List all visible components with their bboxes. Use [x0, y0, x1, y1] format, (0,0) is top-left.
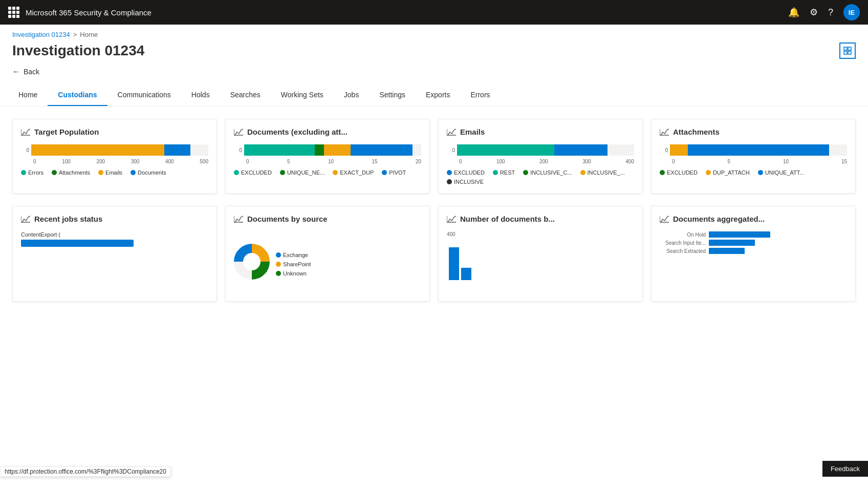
legend-item-unknown: Unknown — [276, 270, 311, 277]
chart-emails: 0 0100200300400 — [447, 144, 634, 165]
main-content: Investigation 01234 > Home Investigation… — [0, 25, 868, 489]
svg-rect-2 — [844, 51, 847, 54]
legend-emails: EXCLUDED REST INCLUSIVE_C... INCLUSIVE_.… — [447, 169, 634, 185]
card-title-documents-by-source: Documents by source — [247, 215, 328, 223]
chart-target-population: 0 0100200300400500 — [21, 144, 208, 165]
app-title: Microsoft 365 Security & Compliance — [26, 8, 782, 17]
breadcrumb-separator: > — [73, 31, 77, 38]
agg-bar-search-extracted — [709, 248, 745, 254]
chart-icon-number-of-documents — [447, 215, 456, 223]
card-header-emails: Emails — [447, 127, 634, 136]
tab-exports[interactable]: Exports — [416, 84, 460, 106]
user-avatar[interactable]: IE — [843, 4, 860, 20]
topbar-icons: 🔔 ⚙ ? IE — [788, 4, 860, 20]
agg-label-on-hold: On Hold — [660, 232, 706, 238]
grid-view-icon[interactable] — [839, 42, 856, 59]
legend-item-inclusive-dash: INCLUSIVE_... — [580, 169, 625, 176]
notification-icon[interactable]: 🔔 — [788, 7, 799, 18]
card-title-recent-jobs: Recent jobs status — [34, 215, 102, 223]
legend-item-excluded-email: EXCLUDED — [447, 169, 485, 176]
feedback-button[interactable]: Feedback — [822, 461, 868, 477]
agg-label-search-input: Search Input Ite... — [660, 240, 706, 246]
y-axis-label-400: 400 — [447, 231, 634, 237]
navigation-tabs: Home Custodians Communications Holds Sea… — [0, 84, 868, 107]
card-title-documents-aggregated: Documents aggregated... — [673, 215, 765, 223]
back-arrow-icon: ← — [12, 67, 20, 76]
card-attachments: Attachments 0 051015 EXCLUDED — [651, 119, 856, 194]
page-title-row: Investigation 01234 — [0, 40, 868, 65]
legend-item-excluded-attach: EXCLUDED — [660, 169, 698, 176]
agg-bar-search-input — [709, 240, 755, 246]
back-label: Back — [24, 68, 39, 76]
card-header-attachments: Attachments — [660, 127, 847, 136]
chart-attachments: 0 051015 — [660, 144, 847, 165]
back-button[interactable]: ← Back — [12, 67, 856, 76]
chart-icon-emails — [447, 128, 456, 136]
vbar-2 — [461, 268, 471, 280]
agg-row-search-extracted: Search Extracted — [660, 248, 847, 254]
card-target-population: Target Population 0 0100200300400500 E — [12, 119, 217, 194]
tab-communications[interactable]: Communications — [107, 84, 181, 106]
settings-icon[interactable]: ⚙ — [810, 7, 818, 18]
tab-searches[interactable]: Searches — [220, 84, 271, 106]
tab-errors[interactable]: Errors — [460, 84, 500, 106]
svg-rect-1 — [848, 47, 851, 50]
card-title-emails: Emails — [460, 127, 485, 136]
tab-home[interactable]: Home — [8, 84, 48, 106]
legend-item-emails: Emails — [98, 169, 122, 176]
legend-item-rest: REST — [493, 169, 515, 176]
app-launcher-icon[interactable] — [8, 7, 19, 18]
card-header-target-population: Target Population — [21, 127, 208, 136]
bottom-cards-grid: Recent jobs status ContentExport ( Docum… — [0, 206, 868, 343]
legend-attachments: EXCLUDED DUP_ATTACH UNIQUE_ATT... — [660, 169, 847, 176]
breadcrumb-current: Home — [80, 31, 98, 38]
card-content-documents-aggregated: On Hold Search Input Ite... Search Extra… — [660, 231, 847, 293]
card-title-number-of-documents: Number of documents b... — [460, 215, 555, 223]
card-title-attachments: Attachments — [673, 127, 720, 136]
page-title: Investigation 01234 — [12, 42, 144, 59]
chart-icon-documents-aggregated — [660, 215, 669, 223]
tab-settings[interactable]: Settings — [369, 84, 416, 106]
axis-labels-target-population: 0100200300400500 — [33, 158, 208, 165]
card-documents-aggregated: Documents aggregated... On Hold Search I… — [651, 206, 856, 302]
card-content-number-of-documents: 400 — [447, 231, 634, 293]
card-number-of-documents: Number of documents b... 400 — [438, 206, 643, 302]
tab-working-sets[interactable]: Working Sets — [271, 84, 334, 106]
agg-bar-on-hold — [709, 231, 770, 238]
tab-jobs[interactable]: Jobs — [334, 84, 370, 106]
legend-item-inclusive: INCLUSIVE — [447, 179, 484, 185]
legend-item-unique-att: UNIQUE_ATT... — [758, 169, 805, 176]
card-header-recent-jobs: Recent jobs status — [21, 215, 208, 223]
breadcrumb-investigation-link[interactable]: Investigation 01234 — [12, 31, 70, 38]
legend-documents-by-source: Exchange SharePoint Unknown — [276, 252, 311, 277]
card-documents-excluding: Documents (excluding att... 0 05101520 — [225, 119, 430, 194]
legend-item-sharepoint: SharePoint — [276, 261, 311, 267]
legend-item-exact-dup: EXACT_DUP — [333, 169, 374, 176]
card-content-recent-jobs: ContentExport ( — [21, 231, 208, 293]
help-icon[interactable]: ? — [828, 7, 833, 18]
card-header-documents-aggregated: Documents aggregated... — [660, 215, 847, 223]
topbar: Microsoft 365 Security & Compliance 🔔 ⚙ … — [0, 0, 868, 25]
chart-documents-excluding: 0 05101520 — [234, 144, 421, 165]
agg-row-on-hold: On Hold — [660, 231, 847, 238]
svg-rect-3 — [848, 51, 851, 54]
tab-holds[interactable]: Holds — [181, 84, 220, 106]
chart-icon-documents-excluding — [234, 128, 243, 136]
card-documents-by-source: Documents by source Exchange SharePoint — [225, 206, 430, 302]
vertical-bar-chart — [447, 239, 634, 280]
job-progress-bar — [21, 240, 134, 247]
legend-item-excluded: EXCLUDED — [234, 169, 272, 176]
card-title-target-population: Target Population — [34, 127, 99, 136]
card-header-documents-excluding: Documents (excluding att... — [234, 127, 421, 136]
legend-item-exchange: Exchange — [276, 252, 311, 258]
tab-custodians[interactable]: Custodians — [48, 84, 107, 106]
chart-icon-recent-jobs — [21, 215, 30, 223]
card-header-number-of-documents: Number of documents b... — [447, 215, 634, 223]
back-bar: ← Back — [0, 65, 868, 84]
chart-icon-documents-by-source — [234, 215, 243, 223]
card-recent-jobs-status: Recent jobs status ContentExport ( — [12, 206, 217, 302]
svg-rect-0 — [844, 47, 847, 50]
aggregated-bars: On Hold Search Input Ite... Search Extra… — [660, 231, 847, 254]
job-row-label: ContentExport ( — [21, 231, 208, 238]
legend-item-dup-attach: DUP_ATTACH — [706, 169, 750, 176]
